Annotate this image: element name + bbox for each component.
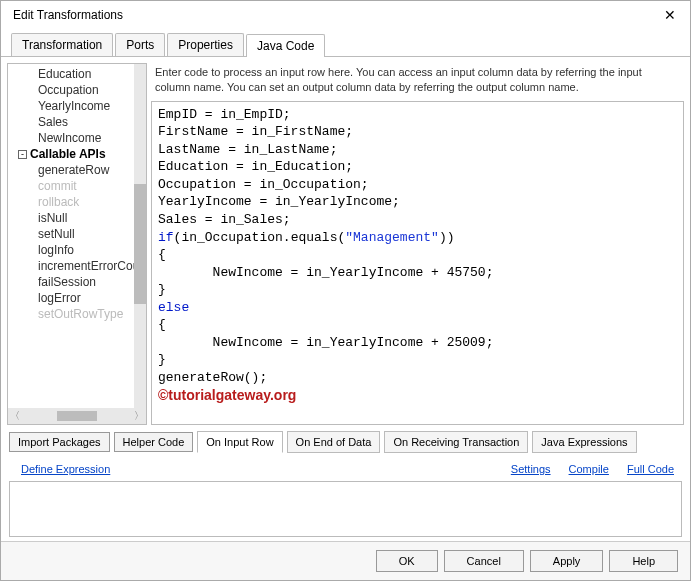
- links-row: Define Expression Settings Compile Full …: [1, 459, 690, 479]
- import-packages-button[interactable]: Import Packages: [9, 432, 110, 452]
- links-right: Settings Compile Full Code: [511, 463, 674, 475]
- code-line: YearlyIncome = in_YearlyIncome;: [158, 194, 400, 209]
- tree-item[interactable]: generateRow: [8, 162, 146, 178]
- tree-group-label: Callable APIs: [30, 147, 106, 161]
- tree-item[interactable]: Education: [8, 66, 146, 82]
- code-line: Education = in_Education;: [158, 159, 353, 174]
- tree-item: rollback: [8, 194, 146, 210]
- tab-on-input-row[interactable]: On Input Row: [197, 431, 282, 453]
- collapse-icon[interactable]: -: [18, 150, 27, 159]
- code-line: NewIncome = in_YearlyIncome + 25009;: [158, 335, 493, 350]
- code-line: FirstName = in_FirstName;: [158, 124, 353, 139]
- code-keyword: if: [158, 230, 174, 245]
- define-expression-link[interactable]: Define Expression: [21, 463, 110, 475]
- tab-java-expressions[interactable]: Java Expressions: [532, 431, 636, 453]
- instruction-text: Enter code to process an input row here.…: [151, 63, 684, 101]
- scroll-left-icon[interactable]: 〈: [8, 409, 22, 423]
- tab-transformation[interactable]: Transformation: [11, 33, 113, 56]
- tree-item[interactable]: Sales: [8, 114, 146, 130]
- code-line: NewIncome = in_YearlyIncome + 45750;: [158, 265, 493, 280]
- code-line: {: [158, 247, 166, 262]
- tree-item: commit: [8, 178, 146, 194]
- tree-item[interactable]: logError: [8, 290, 146, 306]
- tab-on-end-of-data[interactable]: On End of Data: [287, 431, 381, 453]
- tab-java-code[interactable]: Java Code: [246, 34, 325, 57]
- tree-group-callable-apis[interactable]: -Callable APIs: [8, 146, 146, 162]
- code-line: generateRow();: [158, 370, 267, 385]
- code-line: }: [158, 282, 166, 297]
- tree-item: setOutRowType: [8, 306, 146, 322]
- expression-output[interactable]: [9, 481, 682, 537]
- top-tabs: Transformation Ports Properties Java Cod…: [1, 29, 690, 57]
- code-section-tabs: Import Packages Helper Code On Input Row…: [1, 425, 690, 459]
- code-line: {: [158, 317, 166, 332]
- tree-item[interactable]: incrementErrorCount: [8, 258, 146, 274]
- edit-transformations-dialog: Edit Transformations ✕ Transformation Po…: [0, 0, 691, 581]
- tree-item[interactable]: setNull: [8, 226, 146, 242]
- code-line: }: [158, 352, 166, 367]
- compile-link[interactable]: Compile: [569, 463, 609, 475]
- dialog-footer: OK Cancel Apply Help: [1, 541, 690, 580]
- dialog-title: Edit Transformations: [13, 8, 123, 22]
- code-line: Occupation = in_Occupation;: [158, 177, 369, 192]
- full-code-link[interactable]: Full Code: [627, 463, 674, 475]
- watermark: ©tutorialgateway.org: [158, 387, 296, 403]
- tree-item[interactable]: isNull: [8, 210, 146, 226]
- code-line: (in_Occupation.equals(: [174, 230, 346, 245]
- cancel-button[interactable]: Cancel: [444, 550, 524, 572]
- scroll-right-icon[interactable]: 〉: [132, 409, 146, 423]
- scrollbar-vertical-thumb[interactable]: [134, 184, 146, 304]
- helper-code-button[interactable]: Helper Code: [114, 432, 194, 452]
- tree-item[interactable]: YearlyIncome: [8, 98, 146, 114]
- main-area: Education Occupation YearlyIncome Sales …: [1, 57, 690, 425]
- tree-body[interactable]: Education Occupation YearlyIncome Sales …: [8, 64, 146, 408]
- tree-item[interactable]: Occupation: [8, 82, 146, 98]
- apply-button[interactable]: Apply: [530, 550, 604, 572]
- code-line: LastName = in_LastName;: [158, 142, 337, 157]
- code-line: Sales = in_Sales;: [158, 212, 291, 227]
- scrollbar-horizontal-thumb[interactable]: [57, 411, 97, 421]
- code-editor[interactable]: EmpID = in_EmpID; FirstName = in_FirstNa…: [151, 101, 684, 425]
- tab-properties[interactable]: Properties: [167, 33, 244, 56]
- tab-ports[interactable]: Ports: [115, 33, 165, 56]
- tree-panel: Education Occupation YearlyIncome Sales …: [7, 63, 147, 425]
- tree-item[interactable]: logInfo: [8, 242, 146, 258]
- settings-link[interactable]: Settings: [511, 463, 551, 475]
- tree-item[interactable]: NewIncome: [8, 130, 146, 146]
- tab-on-receiving-transaction[interactable]: On Receiving Transaction: [384, 431, 528, 453]
- code-line: )): [439, 230, 455, 245]
- titlebar: Edit Transformations ✕: [1, 1, 690, 29]
- scrollbar-horizontal[interactable]: 〈 〉: [8, 408, 146, 424]
- code-keyword: else: [158, 300, 189, 315]
- code-line: EmpID = in_EmpID;: [158, 107, 291, 122]
- help-button[interactable]: Help: [609, 550, 678, 572]
- right-pane: Enter code to process an input row here.…: [151, 63, 684, 425]
- close-icon[interactable]: ✕: [660, 7, 680, 23]
- ok-button[interactable]: OK: [376, 550, 438, 572]
- code-string: "Management": [345, 230, 439, 245]
- tree-item[interactable]: failSession: [8, 274, 146, 290]
